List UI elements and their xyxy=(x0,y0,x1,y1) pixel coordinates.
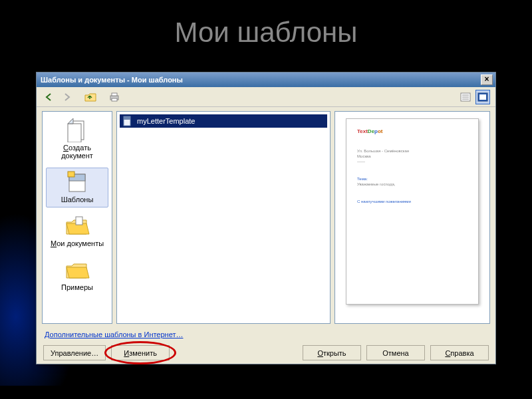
preview-text: С наилучшими пожеланиями xyxy=(357,200,467,203)
help-button[interactable]: Справка xyxy=(430,345,489,360)
view-preview-button[interactable] xyxy=(475,90,490,104)
up-level-button[interactable] xyxy=(83,90,98,104)
folder-icon xyxy=(64,258,90,282)
titlebar: Шаблоны и документы - Мои шаблоны × xyxy=(37,72,495,87)
templates-dialog: Шаблоны и документы - Мои шаблоны × xyxy=(36,72,496,364)
sidebar-item-templates[interactable]: Шаблоны xyxy=(46,168,108,207)
printer-icon xyxy=(108,92,120,102)
sidebar-item-label: Шаблоны xyxy=(47,196,107,203)
preview-text: —— xyxy=(357,160,467,164)
svg-rect-1 xyxy=(112,93,117,96)
arrow-right-icon xyxy=(61,92,72,102)
preview-text: Ул. Большая - Семёновская xyxy=(357,149,467,153)
template-list: myLetterTemplate xyxy=(116,111,331,324)
svg-rect-10 xyxy=(68,124,81,142)
forward-button[interactable] xyxy=(59,90,74,104)
more-templates-link[interactable]: Дополнительные шаблоны в Интернет… xyxy=(45,331,183,338)
print-button[interactable] xyxy=(107,90,122,104)
templates-icon xyxy=(64,170,90,194)
back-button[interactable] xyxy=(42,90,57,104)
svg-rect-16 xyxy=(124,116,130,120)
view-list-button[interactable] xyxy=(458,90,473,104)
preview-view-icon xyxy=(477,92,488,102)
preview-text: Тема: xyxy=(357,177,467,181)
arrow-left-icon xyxy=(44,92,55,102)
sidebar-item-my-documents[interactable]: Мои документы xyxy=(46,211,108,251)
list-item-label: myLetterTemplate xyxy=(137,117,195,125)
sidebar-item-new-document[interactable]: Создать документ xyxy=(46,116,108,164)
slide-title: Мои шаблоны xyxy=(0,17,532,49)
list-view-icon xyxy=(460,92,471,102)
sidebar-item-label: Мои документы xyxy=(47,239,107,247)
cancel-button[interactable]: Отмена xyxy=(366,345,425,360)
button-row: Управление… Изменить Открыть Отмена Спра… xyxy=(37,340,495,367)
dialog-title: Шаблоны и документы - Мои шаблоны xyxy=(39,76,481,84)
svg-rect-8 xyxy=(479,94,486,100)
edit-button[interactable]: Изменить xyxy=(111,345,170,360)
sidebar: Создать документ Шаблоны Мои документы xyxy=(42,111,112,324)
preview-text: Москва xyxy=(357,154,467,158)
preview-text: Уважаемые господа, xyxy=(357,182,467,186)
folder-open-icon xyxy=(64,214,90,238)
preview-logo: TextDepot xyxy=(357,128,467,134)
document-icon xyxy=(64,118,90,142)
preview-pane: TextDepot Ул. Большая - Семёновская Моск… xyxy=(334,111,490,324)
sidebar-item-label: Создать документ xyxy=(47,144,107,160)
close-button[interactable]: × xyxy=(481,74,493,85)
preview-document: TextDepot Ул. Большая - Семёновская Моск… xyxy=(346,118,479,305)
svg-rect-2 xyxy=(112,98,117,101)
open-button[interactable]: Открыть xyxy=(303,345,361,360)
svg-rect-13 xyxy=(68,172,74,177)
list-item[interactable]: myLetterTemplate xyxy=(120,114,327,128)
main-panel: Создать документ Шаблоны Мои документы xyxy=(37,107,495,327)
link-row: Дополнительные шаблоны в Интернет… xyxy=(37,327,495,340)
sidebar-item-samples[interactable]: Примеры xyxy=(46,255,108,295)
sidebar-item-label: Примеры xyxy=(47,283,107,291)
toolbar xyxy=(37,87,495,107)
template-file-icon xyxy=(122,116,133,126)
folder-up-icon xyxy=(84,92,96,102)
manage-button[interactable]: Управление… xyxy=(43,345,106,360)
svg-rect-14 xyxy=(76,217,82,225)
